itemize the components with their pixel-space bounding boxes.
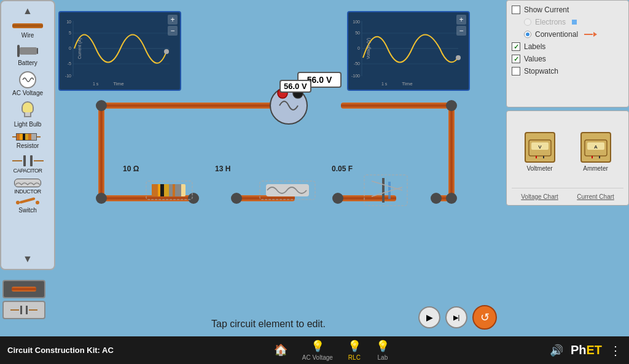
voltmeter-reading: 56.0 V <box>279 80 311 93</box>
rlc-nav-icon: 💡 <box>348 339 361 353</box>
svg-text:-50: -50 <box>354 61 360 66</box>
chart-links: Voltage Chart Current Chart <box>512 188 623 200</box>
sidebar-item-inductor[interactable]: INDUCTOR <box>1 176 54 197</box>
svg-text:Time: Time <box>113 81 124 87</box>
electrons-row: Electrons <box>512 18 623 26</box>
lab-nav-icon: 💡 <box>376 339 389 353</box>
labels-checkbox[interactable] <box>512 42 520 51</box>
svg-rect-31 <box>233 195 295 201</box>
show-current-checkbox[interactable] <box>512 6 520 14</box>
ac-voltage-icon <box>19 71 36 88</box>
svg-rect-46 <box>160 184 164 196</box>
electrons-radio[interactable] <box>524 18 531 26</box>
sound-icon[interactable]: 🔊 <box>550 344 563 357</box>
svg-rect-51 <box>260 181 315 199</box>
reload-icon: ↺ <box>480 311 490 324</box>
voltage-graph-panel: + − 100 50 0 -50 -100 Time 1 s Voltage (… <box>347 11 470 91</box>
step-icon: ▶| <box>453 314 460 322</box>
svg-text:50: 50 <box>355 31 360 35</box>
svg-text:1 s: 1 s <box>381 82 388 86</box>
menu-button[interactable]: ⋮ <box>609 343 622 358</box>
svg-text:Current (A): Current (A) <box>77 38 82 60</box>
status-message: Tap circuit element to edit. <box>123 319 414 330</box>
capacitor-tool-button[interactable] <box>2 301 45 319</box>
stopwatch-label: Stopwatch <box>524 67 558 76</box>
ammeter-instrument-label: Ammeter <box>583 165 608 172</box>
capacitor-icon <box>12 155 44 166</box>
current-graph-zoom-in[interactable]: + <box>168 15 178 25</box>
stopwatch-row: Stopwatch <box>512 67 623 76</box>
controls-panel: Show Current Electrons Conventional Labe… <box>506 0 629 107</box>
svg-rect-43 <box>152 184 186 196</box>
svg-point-9 <box>164 49 169 54</box>
svg-rect-50 <box>175 184 181 196</box>
svg-text:-100: -100 <box>351 74 360 78</box>
instruments-panel: V Voltmeter A Ammeter Voltage Chart <box>506 110 629 206</box>
voltmeter-instrument[interactable]: V Voltmeter <box>525 132 555 172</box>
play-button[interactable]: ▶ <box>418 306 440 328</box>
switch-icon <box>16 201 39 204</box>
current-graph-svg: 10 5 0 -5 -10 Time 1 s Current (A) <box>62 15 174 87</box>
voltage-graph-zoom-out[interactable]: − <box>456 26 466 36</box>
sidebar-item-capacitor[interactable]: CAPACITOR <box>1 152 54 176</box>
ac-voltage-label: AC Voltage <box>12 90 43 96</box>
status-nav: 🏠 💡 AC Voltage 💡 RLC 💡 Lab <box>114 339 550 361</box>
sidebar-item-ac-voltage[interactable]: AC Voltage <box>1 69 54 99</box>
svg-rect-48 <box>169 184 173 196</box>
status-message-text: Tap circuit element to edit. <box>211 319 326 329</box>
svg-point-34 <box>96 100 107 111</box>
resistor-label: Resistor <box>17 142 39 149</box>
wire-label: Wire <box>21 32 34 39</box>
sidebar-down-arrow[interactable]: ▼ <box>9 252 46 266</box>
instruments-row: V Voltmeter A Ammeter <box>512 116 623 188</box>
svg-rect-32 <box>335 195 396 201</box>
current-chart-link[interactable]: Current Chart <box>577 193 614 200</box>
svg-rect-42 <box>146 181 192 199</box>
wire-tool-button[interactable] <box>2 280 45 298</box>
svg-point-37 <box>446 193 457 204</box>
phet-logo: PhET <box>571 343 602 357</box>
svg-rect-44 <box>152 184 158 196</box>
nav-ac-voltage[interactable]: 💡 AC Voltage <box>302 339 333 361</box>
stopwatch-checkbox[interactable] <box>512 67 520 76</box>
sidebar-item-switch[interactable]: Switch <box>1 197 54 216</box>
switch-label: Switch <box>18 207 36 214</box>
show-current-row: Show Current <box>512 6 623 14</box>
ammeter-instrument[interactable]: A Ammeter <box>580 132 611 172</box>
capacitor-label: CAPACITOR <box>13 168 42 174</box>
sidebar-item-battery[interactable]: Battery <box>1 41 54 69</box>
ammeter-icon: A <box>580 132 611 163</box>
play-icon: ▶ <box>426 312 433 322</box>
lab-nav-label: Lab <box>378 354 388 361</box>
svg-rect-55 <box>388 182 391 199</box>
reload-button[interactable]: ↺ <box>472 305 497 330</box>
svg-text:Voltage (V): Voltage (V) <box>366 38 371 60</box>
voltage-graph-zoom-in[interactable]: + <box>456 15 466 25</box>
svg-point-36 <box>96 193 107 204</box>
sidebar-item-wire[interactable]: Wire <box>1 18 54 41</box>
nav-home[interactable]: 🏠 <box>274 343 287 358</box>
inductor-value-label: 13 H <box>215 165 230 173</box>
svg-rect-26 <box>98 103 289 109</box>
svg-rect-29 <box>448 103 455 201</box>
sidebar-item-light-bulb[interactable]: Light Bulb <box>1 99 54 130</box>
step-button[interactable]: ▶| <box>445 306 467 328</box>
nav-lab[interactable]: 💡 Lab <box>376 339 389 361</box>
svg-point-35 <box>446 100 457 111</box>
sidebar-up-arrow[interactable]: ▲ <box>9 4 46 18</box>
values-checkbox[interactable] <box>512 55 520 63</box>
voltage-chart-link[interactable]: Voltage Chart <box>521 193 558 200</box>
svg-point-39 <box>231 193 242 204</box>
nav-rlc[interactable]: 💡 RLC <box>348 339 361 361</box>
status-bar: Circuit Construction Kit: AC 🏠 💡 AC Volt… <box>0 336 629 364</box>
conventional-radio[interactable] <box>524 31 531 38</box>
ac-voltage-nav-label: AC Voltage <box>302 354 333 361</box>
svg-text:0: 0 <box>357 46 360 50</box>
svg-point-22 <box>456 55 461 60</box>
component-sidebar: ▲ Wire Battery AC Voltage Light Bulb <box>0 0 55 270</box>
sidebar-item-resistor[interactable]: Resistor <box>1 130 54 152</box>
labels-row: Labels <box>512 42 623 51</box>
current-graph-zoom-out[interactable]: − <box>168 26 178 36</box>
current-graph-panel: + − 10 5 0 -5 -10 Time 1 s Current (A) <box>58 11 181 91</box>
light-bulb-icon <box>21 101 34 120</box>
